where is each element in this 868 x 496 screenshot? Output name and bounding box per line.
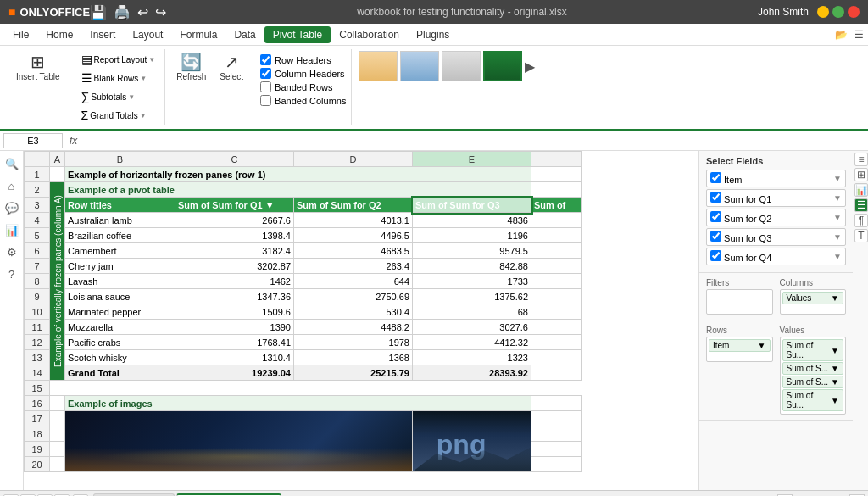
field-sum-q1-arrow[interactable]: ▼ (833, 193, 842, 203)
field-sum-q4-checkbox[interactable] (710, 250, 721, 261)
col-header-c[interactable]: C (175, 152, 294, 167)
cell-e5[interactable]: 1196 (413, 228, 531, 243)
subtotals-button[interactable]: ∑ Subtotals ▼ (77, 88, 160, 105)
cell-c3[interactable]: Sum of Sum for Q1 ▼ (175, 198, 294, 213)
style-preset-1[interactable] (359, 51, 398, 81)
cell-a16[interactable] (50, 396, 65, 411)
row-num-6[interactable]: 6 (25, 243, 50, 259)
cell-f16[interactable] (531, 396, 582, 411)
cell-f18[interactable] (531, 426, 582, 442)
cell-a19[interactable] (50, 442, 65, 457)
cell-f20[interactable] (531, 457, 582, 472)
cell-d4[interactable]: 4013.1 (294, 213, 413, 228)
cell-d8[interactable]: 644 (294, 274, 413, 289)
menu-file[interactable]: File (4, 26, 37, 43)
row-num-1[interactable]: 1 (25, 167, 50, 182)
cell-a18[interactable] (50, 426, 65, 442)
cell-f3[interactable]: Sum of (531, 198, 582, 213)
cell-c5[interactable]: 1398.4 (175, 228, 294, 243)
banded-rows-checkbox[interactable] (260, 81, 271, 92)
menu-insert[interactable]: Insert (81, 26, 124, 43)
undo-icon[interactable]: ↩ (137, 4, 148, 20)
filters-drop-zone[interactable] (706, 289, 773, 315)
tab-advanced-features[interactable]: Advanced features (176, 493, 281, 497)
menu-collaboration[interactable]: Collaboration (331, 26, 408, 43)
row-headers-checkbox[interactable] (260, 54, 271, 65)
close-button[interactable] (848, 6, 860, 18)
open-icon[interactable]: 📂 (835, 29, 848, 41)
rp-icon-2[interactable]: ⊞ (854, 168, 868, 181)
rp-icon-3[interactable]: 📊 (854, 183, 868, 197)
row-num-13[interactable]: 13 (25, 350, 50, 365)
sidebar-home-icon[interactable]: ⌂ (3, 176, 21, 195)
cell-e4[interactable]: 4836 (413, 213, 531, 228)
cell-a17[interactable] (50, 411, 65, 426)
rows-drop-zone[interactable]: Item ▼ (706, 337, 773, 362)
col-headers-checkbox[interactable] (260, 68, 271, 79)
cell-b2[interactable]: Example of a pivot table (65, 182, 531, 198)
cell-c13[interactable]: 1310.4 (175, 350, 294, 365)
values-item-3-arrow[interactable]: ▼ (831, 377, 839, 387)
cell-e6[interactable]: 9579.5 (413, 243, 531, 259)
cell-f12[interactable] (531, 335, 582, 350)
banded-cols-check[interactable]: Banded Columns (260, 95, 346, 106)
cell-e11[interactable]: 3027.6 (413, 320, 531, 335)
cell-d12[interactable]: 1978 (294, 335, 413, 350)
rp-icon-1[interactable]: ≡ (854, 153, 868, 166)
cell-b7[interactable]: Cherry jam (65, 259, 175, 274)
cell-f8[interactable] (531, 274, 582, 289)
row-num-3[interactable]: 3 (25, 198, 50, 213)
rows-item-item[interactable]: Item ▼ (709, 339, 771, 352)
cell-f2[interactable] (531, 182, 582, 198)
cell-f5[interactable] (531, 228, 582, 243)
cell-b5[interactable]: Brazilian coffee (65, 228, 175, 243)
row-num-14[interactable]: 14 (25, 365, 50, 381)
col-header-f[interactable] (531, 152, 582, 167)
cell-e8[interactable]: 1733 (413, 274, 531, 289)
sidebar-settings-icon[interactable]: ⚙ (3, 242, 21, 261)
minimize-button[interactable] (817, 6, 829, 18)
style-preset-3[interactable] (442, 51, 481, 81)
values-item-2[interactable]: Sum of S... ▼ (782, 362, 844, 375)
insert-table-button[interactable]: ⊞ Insert Table (12, 51, 64, 83)
field-item-checkbox[interactable] (710, 172, 721, 183)
rp-icon-4[interactable]: ☰ (854, 198, 868, 212)
cell-d10[interactable]: 530.4 (294, 304, 413, 320)
cell-d14[interactable]: 25215.79 (294, 365, 413, 381)
row-num-4[interactable]: 4 (25, 213, 50, 228)
banded-cols-checkbox[interactable] (260, 95, 271, 106)
field-sum-q2-arrow[interactable]: ▼ (833, 213, 842, 222)
sidebar-comment-icon[interactable]: 💬 (3, 198, 21, 217)
cell-c10[interactable]: 1509.6 (175, 304, 294, 320)
cell-c11[interactable]: 1390 (175, 320, 294, 335)
banded-rows-check[interactable]: Banded Rows (260, 81, 346, 92)
cell-c12[interactable]: 1768.41 (175, 335, 294, 350)
row-num-7[interactable]: 7 (25, 259, 50, 274)
cell-b16[interactable]: Example of images (65, 396, 531, 411)
cell-d3[interactable]: Sum of Sum for Q2 (294, 198, 413, 213)
values-item-3[interactable]: Sum of S... ▼ (782, 376, 844, 388)
cell-b1[interactable]: Example of horizontally frozen panes (ro… (65, 167, 531, 182)
maximize-button[interactable] (832, 6, 844, 18)
styles-more-arrow[interactable]: ▶ (525, 59, 535, 75)
cell-f6[interactable] (531, 243, 582, 259)
values-item-4-arrow[interactable]: ▼ (831, 396, 839, 405)
cell-c9[interactable]: 1347.36 (175, 289, 294, 304)
rp-icon-6[interactable]: T (854, 229, 868, 242)
cell-a20[interactable] (50, 457, 65, 472)
field-sum-q4[interactable]: Sum for Q4 ▼ (706, 248, 846, 265)
values-item-1[interactable]: Sum of Su... ▼ (782, 339, 844, 361)
cell-d6[interactable]: 4683.5 (294, 243, 413, 259)
columns-value-item[interactable]: Values ▼ (782, 292, 844, 304)
cell-f17[interactable] (531, 411, 582, 426)
columns-drop-zone[interactable]: Values ▼ (780, 289, 847, 315)
cell-b14[interactable]: Grand Total (65, 365, 175, 381)
cell-b11[interactable]: Mozzarella (65, 320, 175, 335)
cell-d9[interactable]: 2750.69 (294, 289, 413, 304)
select-button[interactable]: ↗ Select (215, 51, 248, 83)
cell-f14[interactable] (531, 365, 582, 381)
cell-b3[interactable]: Row titles (65, 198, 175, 213)
row-num-19[interactable]: 19 (25, 442, 50, 457)
menu-pivot-table[interactable]: Pivot Table (264, 26, 331, 43)
style-preset-2[interactable] (400, 51, 439, 81)
